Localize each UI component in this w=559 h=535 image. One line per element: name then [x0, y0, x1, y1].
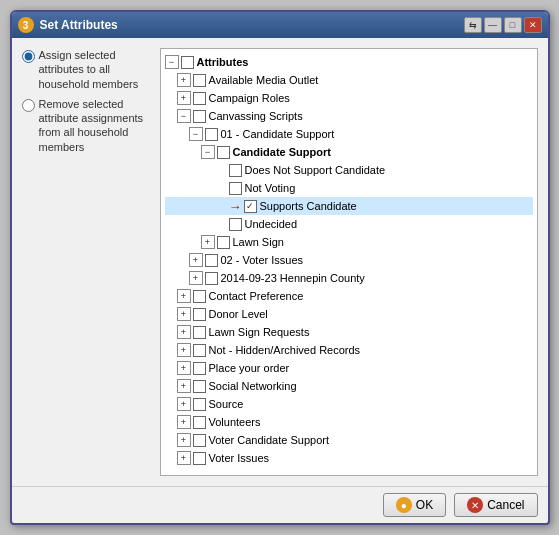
not-hidden-checkbox[interactable] [193, 344, 206, 357]
ok-icon: ● [396, 497, 412, 513]
node-campaign-roles[interactable]: + Campaign Roles [165, 89, 533, 107]
01-candidate-label: 01 - Candidate Support [221, 128, 335, 140]
does-not-support-label: Does Not Support Candidate [245, 164, 386, 176]
source-expand[interactable]: + [177, 397, 191, 411]
donor-level-label: Donor Level [209, 308, 268, 320]
titlebar-buttons: ⇆ — □ ✕ [464, 17, 542, 33]
not-hidden-expand[interactable]: + [177, 343, 191, 357]
ok-label: OK [416, 498, 433, 512]
node-candidate-support[interactable]: − Candidate Support [165, 143, 533, 161]
lawn-sign-label: Lawn Sign [233, 236, 284, 248]
not-voting-checkbox[interactable] [229, 182, 242, 195]
hennepin-checkbox[interactable] [205, 272, 218, 285]
content-area: Assign selected attributes to all househ… [12, 38, 548, 486]
node-social-networking[interactable]: + Social Networking [165, 377, 533, 395]
social-networking-checkbox[interactable] [193, 380, 206, 393]
node-voter-issues[interactable]: + Voter Issues [165, 449, 533, 467]
restore-button[interactable]: ⇆ [464, 17, 482, 33]
assign-radio[interactable] [22, 50, 35, 63]
undecided-label: Undecided [245, 218, 298, 230]
02-voter-checkbox[interactable] [205, 254, 218, 267]
lawn-sign-checkbox[interactable] [217, 236, 230, 249]
root-checkbox[interactable] [181, 56, 194, 69]
remove-radio[interactable] [22, 99, 35, 112]
cancel-button[interactable]: ✕ Cancel [454, 493, 537, 517]
01-candidate-expand[interactable]: − [189, 127, 203, 141]
voter-candidate-support-expand[interactable]: + [177, 433, 191, 447]
ok-button[interactable]: ● OK [383, 493, 446, 517]
node-lawn-sign-requests[interactable]: + Lawn Sign Requests [165, 323, 533, 341]
voter-candidate-support-checkbox[interactable] [193, 434, 206, 447]
node-01-candidate[interactable]: − 01 - Candidate Support [165, 125, 533, 143]
node-hennepin[interactable]: + 2014-09-23 Hennepin County [165, 269, 533, 287]
tree-panel[interactable]: − Attributes + Available Media Outlet + [160, 48, 538, 476]
maximize-button[interactable]: □ [504, 17, 522, 33]
assign-option[interactable]: Assign selected attributes to all househ… [22, 48, 152, 91]
tree-root[interactable]: − Attributes [165, 53, 533, 71]
node-not-hidden[interactable]: + Not - Hidden/Archived Records [165, 341, 533, 359]
cancel-icon: ✕ [467, 497, 483, 513]
close-button[interactable]: ✕ [524, 17, 542, 33]
remove-option[interactable]: Remove selected attribute assignments fr… [22, 97, 152, 154]
minimize-button[interactable]: — [484, 17, 502, 33]
node-not-voting[interactable]: Not Voting [165, 179, 533, 197]
donor-level-checkbox[interactable] [193, 308, 206, 321]
root-expand[interactable]: − [165, 55, 179, 69]
node-source[interactable]: + Source [165, 395, 533, 413]
node-place-order[interactable]: + Place your order [165, 359, 533, 377]
01-candidate-checkbox[interactable] [205, 128, 218, 141]
donor-level-expand[interactable]: + [177, 307, 191, 321]
campaign-roles-label: Campaign Roles [209, 92, 290, 104]
node-available-media[interactable]: + Available Media Outlet [165, 71, 533, 89]
voter-candidate-support-label: Voter Candidate Support [209, 434, 329, 446]
node-undecided[interactable]: Undecided [165, 215, 533, 233]
place-order-checkbox[interactable] [193, 362, 206, 375]
available-media-checkbox[interactable] [193, 74, 206, 87]
left-panel: Assign selected attributes to all househ… [22, 48, 152, 476]
node-canvassing-scripts[interactable]: − Canvassing Scripts [165, 107, 533, 125]
supports-candidate-label: Supports Candidate [260, 200, 357, 212]
voter-issues-expand[interactable]: + [177, 451, 191, 465]
voter-issues-label: Voter Issues [209, 452, 270, 464]
does-not-support-checkbox[interactable] [229, 164, 242, 177]
node-voter-candidate-support[interactable]: + Voter Candidate Support [165, 431, 533, 449]
supports-candidate-checkbox[interactable]: ✓ [244, 200, 257, 213]
cancel-label: Cancel [487, 498, 524, 512]
place-order-label: Place your order [209, 362, 290, 374]
lawn-sign-requests-label: Lawn Sign Requests [209, 326, 310, 338]
node-does-not-support[interactable]: Does Not Support Candidate [165, 161, 533, 179]
lawn-sign-requests-expand[interactable]: + [177, 325, 191, 339]
node-lawn-sign[interactable]: + Lawn Sign [165, 233, 533, 251]
lawn-sign-expand[interactable]: + [201, 235, 215, 249]
node-volunteers[interactable]: + Volunteers [165, 413, 533, 431]
02-voter-expand[interactable]: + [189, 253, 203, 267]
voter-issues-checkbox[interactable] [193, 452, 206, 465]
source-label: Source [209, 398, 244, 410]
available-media-expand[interactable]: + [177, 73, 191, 87]
node-02-voter[interactable]: + 02 - Voter Issues [165, 251, 533, 269]
canvassing-scripts-label: Canvassing Scripts [209, 110, 303, 122]
assign-label: Assign selected attributes to all househ… [39, 48, 152, 91]
node-contact-preference[interactable]: + Contact Preference [165, 287, 533, 305]
candidate-support-label: Candidate Support [233, 146, 331, 158]
contact-preference-expand[interactable]: + [177, 289, 191, 303]
undecided-checkbox[interactable] [229, 218, 242, 231]
candidate-support-expand[interactable]: − [201, 145, 215, 159]
campaign-roles-expand[interactable]: + [177, 91, 191, 105]
social-networking-expand[interactable]: + [177, 379, 191, 393]
place-order-expand[interactable]: + [177, 361, 191, 375]
lawn-sign-requests-checkbox[interactable] [193, 326, 206, 339]
set-attributes-window: 3 Set Attributes ⇆ — □ ✕ Assign selected… [10, 10, 550, 525]
node-supports-candidate[interactable]: → ✓ Supports Candidate [165, 197, 533, 215]
campaign-roles-checkbox[interactable] [193, 92, 206, 105]
source-checkbox[interactable] [193, 398, 206, 411]
contact-preference-checkbox[interactable] [193, 290, 206, 303]
canvassing-scripts-expand[interactable]: − [177, 109, 191, 123]
hennepin-expand[interactable]: + [189, 271, 203, 285]
volunteers-expand[interactable]: + [177, 415, 191, 429]
volunteers-checkbox[interactable] [193, 416, 206, 429]
canvassing-scripts-checkbox[interactable] [193, 110, 206, 123]
node-donor-level[interactable]: + Donor Level [165, 305, 533, 323]
candidate-support-checkbox[interactable] [217, 146, 230, 159]
attribute-tree: − Attributes + Available Media Outlet + [165, 53, 533, 467]
